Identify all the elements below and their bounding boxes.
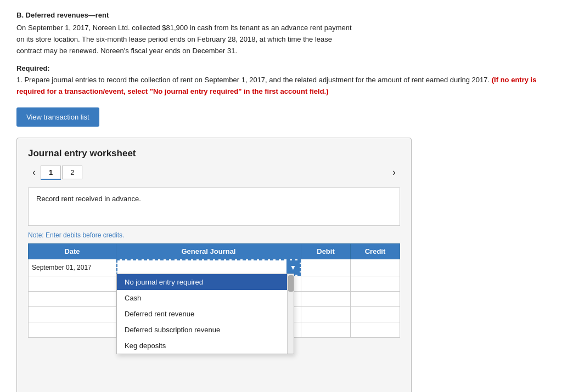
dropdown-list: No journal entry required Cash Deferred … <box>116 274 294 354</box>
col-header-date: Date <box>29 243 116 259</box>
journal-table-wrapper: Date General Journal Debit Credit Septem… <box>28 243 400 338</box>
desc-line3: contract may be renewed. Noreen's fiscal… <box>16 47 237 55</box>
date-cell-3[interactable] <box>29 291 116 306</box>
date-cell-1: September 01, 2017 <box>29 259 116 276</box>
debit-cell-2[interactable] <box>301 276 351 291</box>
credit-input-5[interactable] <box>351 322 400 337</box>
section-title: B. Deferred revenues—rent <box>16 11 546 19</box>
col-header-credit: Credit <box>351 243 400 259</box>
dropdown-item-keg[interactable]: Keg deposits <box>117 338 294 354</box>
instruction-text: 1. Prepare journal entries to record the… <box>16 75 546 98</box>
desc-line1: On September 1, 2017, Noreen Ltd. collec… <box>16 24 352 32</box>
table-row: September 01, 2017 ▼ No journal entry re… <box>29 259 400 276</box>
col-header-debit: Debit <box>301 243 351 259</box>
date-input-5[interactable] <box>29 322 116 337</box>
date-value-1: September 01, 2017 <box>32 264 92 271</box>
credit-input-3[interactable] <box>351 292 400 306</box>
dropdown-toggle-button[interactable]: ▼ <box>286 260 300 275</box>
credit-input-1[interactable] <box>351 259 400 276</box>
date-input-3[interactable] <box>29 292 116 306</box>
debit-cell-3[interactable] <box>301 291 351 306</box>
credit-input-2[interactable] <box>351 276 400 291</box>
debit-input-4[interactable] <box>301 307 350 322</box>
date-input-2[interactable] <box>29 276 116 291</box>
worksheet-title: Journal entry worksheet <box>28 148 400 159</box>
credit-cell-2[interactable] <box>351 276 400 291</box>
entry-description-text: Record rent received in advance. <box>36 195 141 203</box>
tab-navigation: ‹ 1 2 › <box>28 166 400 180</box>
instruction-main: 1. Prepare journal entries to record the… <box>16 76 490 84</box>
tab-prev-arrow[interactable]: ‹ <box>28 167 40 178</box>
required-label: Required: <box>16 64 546 72</box>
date-input-4[interactable] <box>29 307 116 322</box>
dropdown-scroll-thumb <box>288 275 294 292</box>
entry-description-box: Record rent received in advance. <box>28 188 400 226</box>
debit-input-2[interactable] <box>301 276 350 291</box>
debit-cell-5[interactable] <box>301 322 351 337</box>
dropdown-item-no-entry[interactable]: No journal entry required <box>117 274 294 290</box>
desc-line2: on its store location. The six-month lea… <box>16 35 332 43</box>
general-journal-cell-1[interactable]: ▼ No journal entry required Cash Deferre… <box>116 259 301 276</box>
credit-input-4[interactable] <box>351 307 400 322</box>
credit-cell-5[interactable] <box>351 322 400 337</box>
credit-cell-3[interactable] <box>351 291 400 306</box>
general-journal-input-1[interactable] <box>117 262 286 274</box>
dropdown-scrollbar <box>287 274 294 354</box>
debit-input-1[interactable] <box>301 259 350 276</box>
note-text: Note: Enter debits before credits. <box>28 231 400 239</box>
debit-cell-1[interactable] <box>301 259 351 276</box>
debit-input-3[interactable] <box>301 292 350 306</box>
tab-next-arrow[interactable]: › <box>388 167 400 178</box>
credit-cell-4[interactable] <box>351 306 400 322</box>
debit-input-5[interactable] <box>301 322 350 337</box>
date-cell-2[interactable] <box>29 276 116 291</box>
col-header-general-journal: General Journal <box>116 243 301 259</box>
dropdown-item-deferred-rent[interactable]: Deferred rent revenue <box>117 306 294 322</box>
dropdown-item-cash[interactable]: Cash <box>117 290 294 306</box>
section-description: On September 1, 2017, Noreen Ltd. collec… <box>16 22 546 56</box>
view-transaction-button[interactable]: View transaction list <box>16 107 99 127</box>
date-cell-4[interactable] <box>29 306 116 322</box>
debit-cell-4[interactable] <box>301 306 351 322</box>
credit-cell-1[interactable] <box>351 259 400 276</box>
date-cell-5[interactable] <box>29 322 116 337</box>
worksheet-container: Journal entry worksheet ‹ 1 2 › Record r… <box>16 138 412 392</box>
tab-2[interactable]: 2 <box>62 166 82 179</box>
dropdown-item-deferred-sub[interactable]: Deferred subscription revenue <box>117 322 294 338</box>
journal-table: Date General Journal Debit Credit Septem… <box>28 243 400 338</box>
tab-1[interactable]: 1 <box>41 166 61 180</box>
